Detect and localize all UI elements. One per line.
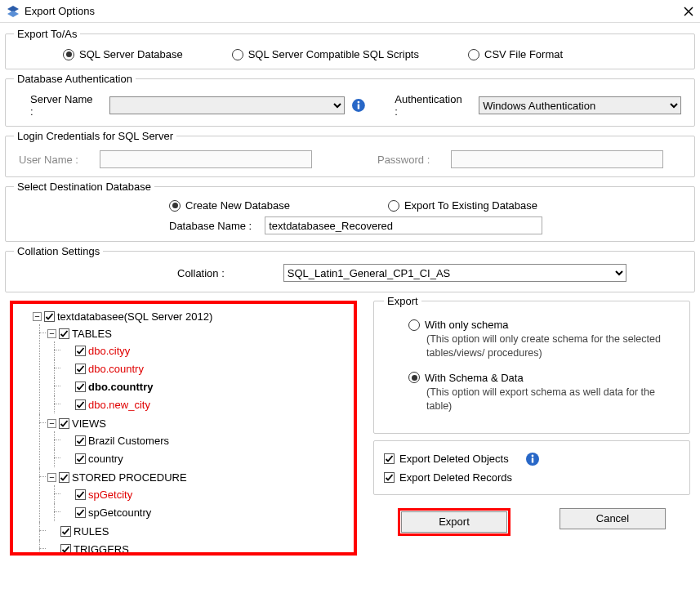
window-title: Export Options [25,5,684,17]
auth-label: Authentication : [395,93,467,118]
legend-export-to: Export To/As [14,28,80,40]
tree-checkbox[interactable] [60,526,71,537]
radio-label: Create New Database [185,199,290,212]
tree-views-label[interactable]: VIEWS [72,417,106,430]
svg-rect-9 [531,457,533,462]
password-input[interactable] [451,150,663,168]
radio-label: With Schema & Data [425,372,524,384]
tree-collapse-icon[interactable]: − [47,419,56,428]
server-name-label: Server Name : [30,93,98,118]
tree-item[interactable]: dbo.new_city [88,399,150,411]
tree-tables-label[interactable]: TABLES [72,328,112,340]
radio-label: SQL Server Compatible SQL Scripts [248,48,419,60]
server-name-select[interactable] [109,96,345,114]
password-label: Password : [377,154,430,166]
group-export-flags: Export Deleted Objects Export Deleted Re… [373,440,690,495]
radio-schema-only[interactable]: With only schema [408,319,680,331]
tree-checkbox[interactable] [59,418,69,429]
tree-item[interactable]: dbo.cityy [88,345,130,357]
schema-only-desc: (This option will only create schema for… [408,332,670,360]
tree-item[interactable]: dbo.country [88,363,144,375]
legend-login: Login Credentials for SQL Server [14,130,176,142]
tree-item[interactable]: dbo.counttry [88,381,153,393]
svg-point-5 [357,101,359,104]
export-button-highlight: Export [398,508,511,536]
tree-checkbox[interactable] [75,435,86,446]
tree-collapse-icon[interactable]: − [47,473,56,482]
svg-point-8 [531,454,533,457]
collation-label: Collation : [177,267,225,279]
tree-item[interactable]: country [88,453,123,465]
close-icon[interactable] [684,7,693,16]
legend-export: Export [384,295,421,307]
group-export: Export With only schema (This option wil… [373,301,690,434]
tree-root-label[interactable]: textdatabasee(SQL Server 2012) [57,310,212,323]
info-icon[interactable] [351,98,366,113]
tree-checkbox[interactable] [75,507,86,518]
dbname-label: Database Name : [169,220,252,232]
info-icon[interactable] [525,452,540,466]
radio-label: SQL Server Database [79,48,183,60]
collation-select[interactable]: SQL_Latin1_General_CP1_CI_AS [283,264,626,282]
group-collation: Collation Settings Collation : SQL_Latin… [5,245,695,292]
tree-item[interactable]: TRIGGERS [74,543,129,556]
tree-panel: − textdatabasee(SQL Server 2012) − TABLE… [10,301,357,556]
user-label: User Name : [19,154,78,166]
dbname-input[interactable] [265,216,542,234]
tree-checkbox[interactable] [75,489,86,500]
tree-checkbox[interactable] [75,382,86,392]
radio-sql-server-db[interactable]: SQL Server Database [63,48,183,60]
radio-sql-scripts[interactable]: SQL Server Compatible SQL Scripts [232,48,419,60]
group-destination: Select Destination Database Create New D… [5,181,695,242]
radio-create-new-db[interactable]: Create New Database [169,199,290,212]
tree-item[interactable]: RULES [74,525,109,538]
tree-checkbox[interactable] [75,453,86,464]
tree-item[interactable]: Brazil Customers [88,435,169,447]
group-export-to: Export To/As SQL Server Database SQL Ser… [5,28,695,69]
user-input[interactable] [100,150,312,168]
tree-checkbox[interactable] [75,346,86,356]
svg-marker-1 [7,11,19,17]
checkbox-deleted-records[interactable] [384,472,395,483]
schema-data-desc: (This option will export schema as well … [408,386,670,413]
tree-checkbox[interactable] [44,311,55,322]
button-label: Cancel [596,512,629,524]
titlebar: Export Options [0,0,700,23]
tree-checkbox[interactable] [59,472,69,483]
radio-label: CSV File Format [484,48,563,60]
cancel-button[interactable]: Cancel [560,508,666,529]
tree-checkbox[interactable] [75,399,86,410]
tree-collapse-icon[interactable]: − [47,329,56,338]
tree-collapse-icon[interactable]: − [33,312,42,321]
checkbox-label: Export Deleted Objects [399,453,509,465]
export-button[interactable]: Export [401,511,507,533]
button-label: Export [439,515,470,528]
tree-sp-label[interactable]: STORED PROCEDURE [72,471,187,484]
tree-item[interactable]: spGetcountry [88,507,151,519]
app-icon [7,5,20,18]
checkbox-label: Export Deleted Records [399,471,512,484]
radio-label: With only schema [425,319,509,331]
svg-rect-6 [357,105,359,109]
radio-label: Export To Existing Database [404,199,537,212]
tree-checkbox[interactable] [75,364,86,374]
legend-db-auth: Database Authentication [14,73,136,85]
radio-csv[interactable]: CSV File Format [468,48,563,60]
tree-item[interactable]: spGetcity [88,489,132,501]
legend-destination: Select Destination Database [14,181,154,193]
tree-checkbox[interactable] [60,544,71,555]
group-login: Login Credentials for SQL Server User Na… [5,130,695,177]
radio-schema-data[interactable]: With Schema & Data [408,372,680,384]
tree-checkbox[interactable] [59,328,69,339]
radio-existing-db[interactable]: Export To Existing Database [388,199,537,212]
group-db-auth: Database Authentication Server Name : Au… [5,73,695,127]
legend-collation: Collation Settings [14,245,103,257]
checkbox-deleted-objects[interactable] [384,453,395,464]
auth-select[interactable]: Windows Authentication [479,96,681,114]
